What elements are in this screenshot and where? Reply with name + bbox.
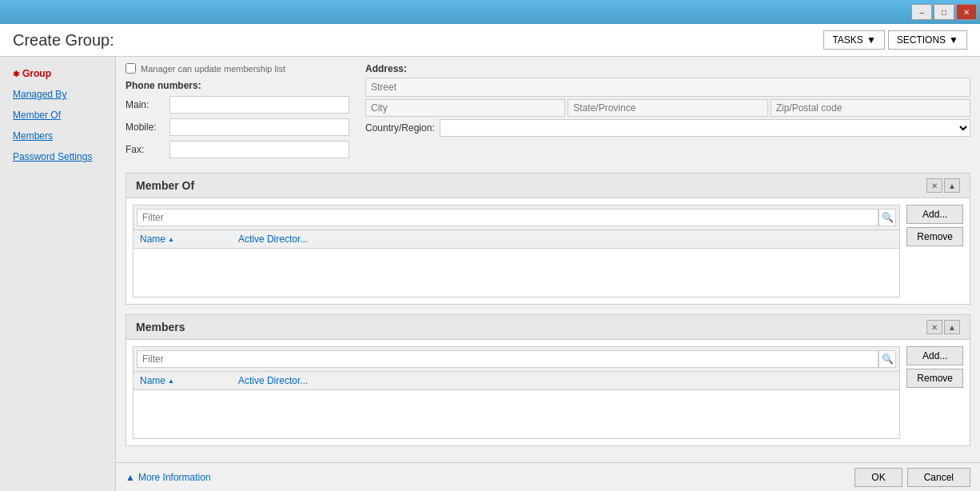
sections-button[interactable]: SECTIONS ▼	[888, 30, 967, 50]
members-remove-btn[interactable]: Remove	[906, 369, 963, 388]
address-row2	[365, 99, 970, 117]
member-of-list-area: 🔍 Name ▲ Active Director...	[133, 205, 900, 297]
member-of-controls: ✕ ▲	[926, 178, 960, 193]
mobile-label: Mobile:	[125, 122, 169, 133]
member-of-remove-btn[interactable]: Remove	[906, 227, 963, 246]
member-of-active-dir-col[interactable]: Active Director...	[238, 234, 308, 245]
members-collapse-btn[interactable]: ▲	[944, 320, 960, 334]
main-window: – □ ✕ Create Group: TASKS ▼ SECTIONS ▼	[0, 0, 980, 491]
address-section: Address: Country/Region:	[365, 63, 970, 163]
top-section: Manager can update membership list Phone…	[125, 63, 970, 163]
members-title: Members	[136, 321, 185, 333]
members-filter-input[interactable]	[137, 350, 878, 368]
cancel-button[interactable]: Cancel	[907, 468, 970, 487]
member-of-collapse-btn[interactable]: ▲	[944, 178, 960, 193]
members-list-header: Name ▲ Active Director...	[133, 372, 899, 390]
member-of-list-header: Name ▲ Active Director...	[133, 230, 899, 249]
member-of-filter-row: 🔍	[133, 206, 899, 230]
country-row: Country/Region:	[365, 119, 970, 137]
minimize-button[interactable]: –	[911, 4, 932, 20]
main-label: Main:	[125, 99, 169, 110]
close-button[interactable]: ✕	[956, 4, 977, 20]
sidebar-item-member-of[interactable]: Member Of	[0, 105, 115, 126]
header: Create Group: TASKS ▼ SECTIONS ▼	[0, 24, 980, 57]
state-input[interactable]	[568, 99, 767, 117]
members-controls: ✕ ▲	[926, 320, 960, 334]
members-name-col[interactable]: Name ▲	[140, 375, 174, 386]
page-title: Create Group:	[13, 31, 114, 50]
member-of-panel: Member Of ✕ ▲ 🔍	[125, 173, 970, 305]
phone-numbers-label: Phone numbers:	[125, 80, 349, 91]
member-of-title: Member Of	[136, 179, 194, 192]
title-bar-buttons: – □ ✕	[911, 4, 977, 20]
mobile-phone-row: Mobile:	[125, 118, 349, 136]
member-of-name-col[interactable]: Name ▲	[140, 234, 174, 245]
ok-button[interactable]: OK	[855, 468, 902, 487]
checkbox-row: Manager can update membership list	[125, 63, 349, 74]
sidebar: Group Managed By Member Of Members Passw…	[0, 57, 116, 491]
tasks-button[interactable]: TASKS ▼	[823, 30, 884, 50]
member-of-filter-input[interactable]	[137, 209, 878, 226]
sidebar-item-members[interactable]: Members	[0, 126, 115, 146]
members-add-btn[interactable]: Add...	[906, 346, 963, 365]
member-of-body: 🔍 Name ▲ Active Director...	[126, 198, 970, 304]
country-label: Country/Region:	[365, 122, 435, 134]
title-bar: – □ ✕	[0, 0, 980, 24]
members-list-area: 🔍 Name ▲ Active Director...	[133, 346, 900, 439]
main-phone-row: Main:	[125, 96, 349, 114]
fax-phone-row: Fax:	[125, 141, 349, 158]
sidebar-item-group[interactable]: Group	[0, 63, 115, 84]
members-body: 🔍 Name ▲ Active Director...	[126, 340, 970, 445]
members-active-dir-col[interactable]: Active Director...	[238, 375, 308, 386]
tasks-dropdown-icon: ▼	[866, 34, 876, 46]
more-info-expand-icon: ▲	[125, 472, 135, 483]
member-of-list-body	[133, 249, 899, 297]
members-close-btn[interactable]: ✕	[926, 320, 942, 334]
maximize-button[interactable]: □	[934, 4, 954, 20]
main-phone-input[interactable]	[169, 96, 349, 114]
fax-label: Fax:	[125, 144, 169, 155]
manager-update-checkbox[interactable]	[125, 63, 136, 74]
zip-input[interactable]	[771, 99, 970, 117]
member-of-header: Member Of ✕ ▲	[126, 174, 970, 198]
window-content: Create Group: TASKS ▼ SECTIONS ▼ Group	[0, 24, 980, 491]
more-info-toggle[interactable]: ▲ More Information	[125, 472, 211, 483]
fax-phone-input[interactable]	[169, 141, 349, 158]
city-input[interactable]	[365, 99, 565, 117]
members-action-buttons: Add... Remove	[906, 346, 963, 439]
members-panel: Members ✕ ▲ 🔍	[125, 314, 970, 446]
members-header: Members ✕ ▲	[126, 315, 970, 340]
member-of-search-icon[interactable]: 🔍	[878, 209, 896, 226]
scrollable-content[interactable]: Manager can update membership list Phone…	[116, 57, 980, 462]
sections-dropdown-icon: ▼	[949, 34, 958, 46]
main-layout: Group Managed By Member Of Members Passw…	[0, 57, 980, 491]
members-filter-row: 🔍	[133, 347, 899, 372]
country-select[interactable]	[440, 119, 970, 137]
sidebar-item-password-settings[interactable]: Password Settings	[0, 146, 115, 167]
content-area: Manager can update membership list Phone…	[116, 57, 980, 491]
header-buttons: TASKS ▼ SECTIONS ▼	[823, 30, 967, 50]
member-of-sort-icon: ▲	[168, 236, 174, 243]
mobile-phone-input[interactable]	[169, 118, 349, 136]
phone-section: Manager can update membership list Phone…	[125, 63, 349, 163]
members-list-body	[133, 390, 899, 438]
footer-buttons: OK Cancel	[855, 468, 970, 487]
members-search-icon[interactable]: 🔍	[878, 350, 896, 368]
address-label: Address:	[365, 63, 970, 74]
footer: ▲ More Information OK Cancel	[116, 462, 980, 491]
street-input[interactable]	[365, 78, 970, 97]
members-sort-icon: ▲	[168, 377, 174, 385]
member-of-add-btn[interactable]: Add...	[906, 205, 963, 224]
member-of-action-buttons: Add... Remove	[906, 205, 963, 297]
member-of-close-btn[interactable]: ✕	[926, 178, 942, 193]
sidebar-item-managed-by[interactable]: Managed By	[0, 84, 115, 105]
